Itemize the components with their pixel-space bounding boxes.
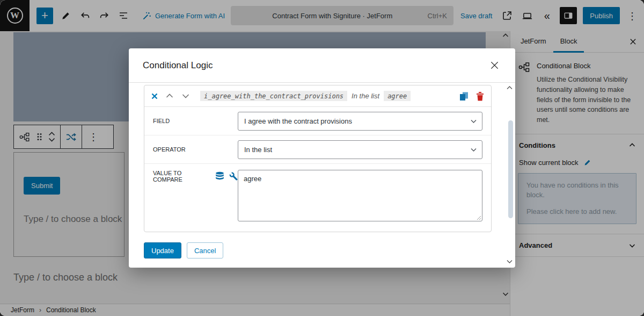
modal-close-button[interactable] xyxy=(488,59,501,72)
macros-wrench-icon[interactable] xyxy=(229,172,238,181)
update-button[interactable]: Update xyxy=(144,242,181,258)
modal-scroll-down-icon[interactable] xyxy=(507,260,513,263)
condition-field-slug: i_agree_with_the_contract_provisions xyxy=(200,91,347,101)
chevron-down-icon xyxy=(471,148,477,152)
modal-scroll-up-icon[interactable] xyxy=(507,86,513,90)
field-select-value: I agree with the contract provisions xyxy=(244,117,352,125)
condition-summary-row: i_agree_with_the_contract_provisions In … xyxy=(144,85,491,107)
condition-value-text: agree xyxy=(384,91,411,101)
operator-label: OPERATOR xyxy=(153,146,238,153)
modal-scroll-area: i_agree_with_the_contract_provisions In … xyxy=(129,82,515,268)
dynamic-data-database-icon[interactable] xyxy=(215,171,224,181)
modal-title: Conditional Logic xyxy=(143,60,213,71)
duplicate-condition-icon[interactable] xyxy=(459,91,469,101)
chevron-down-icon xyxy=(471,119,477,124)
close-icon xyxy=(490,61,499,70)
move-condition-up-icon[interactable] xyxy=(166,94,173,98)
field-row: FIELD I agree with the contract provisio… xyxy=(144,107,491,135)
move-condition-down-icon[interactable] xyxy=(182,94,189,98)
delete-condition-trash-icon[interactable] xyxy=(476,91,484,101)
modal-actions: Update Cancel xyxy=(144,242,492,258)
condition-group-card: i_agree_with_the_contract_provisions In … xyxy=(144,85,492,232)
conditional-logic-modal: Conditional Logic i_agree_with_the_ xyxy=(129,48,515,268)
value-to-compare-label: VALUE TO COMPARE xyxy=(153,170,210,183)
operator-select[interactable]: In the list xyxy=(238,140,482,159)
modal-scrollbar-thumb[interactable] xyxy=(508,120,513,218)
condition-operator-text: In the list xyxy=(352,92,379,100)
editor-window: W + Generate Form with AI Contract Form … xyxy=(0,0,644,316)
remove-condition-x-icon[interactable] xyxy=(151,93,158,99)
value-to-compare-textarea[interactable]: agree xyxy=(238,170,482,221)
textarea-resize-grip[interactable] xyxy=(477,216,481,220)
field-select[interactable]: I agree with the contract provisions xyxy=(238,112,482,131)
operator-row: OPERATOR In the list xyxy=(144,135,491,164)
cancel-button[interactable]: Cancel xyxy=(187,242,223,258)
field-label: FIELD xyxy=(153,118,238,124)
operator-select-value: In the list xyxy=(244,146,272,154)
value-to-compare-row: VALUE TO COMPARE agree xyxy=(144,164,491,232)
